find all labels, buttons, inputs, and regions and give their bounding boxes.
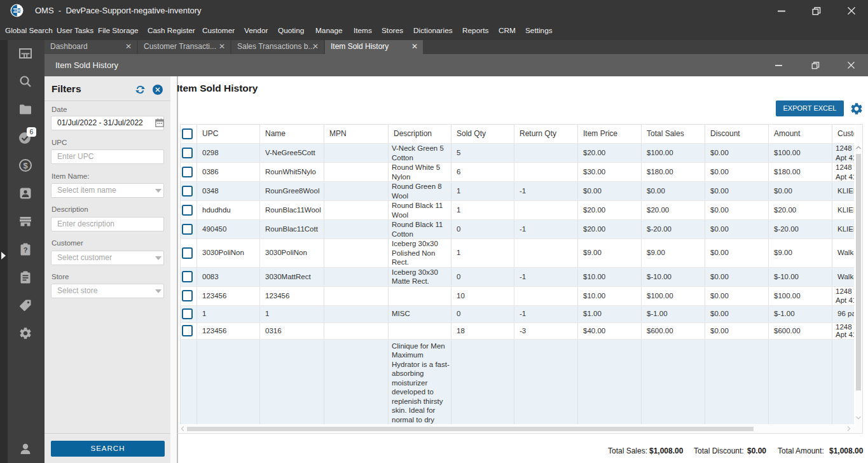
svg-text:$: $ (23, 161, 28, 170)
svg-text:?: ? (24, 246, 28, 254)
